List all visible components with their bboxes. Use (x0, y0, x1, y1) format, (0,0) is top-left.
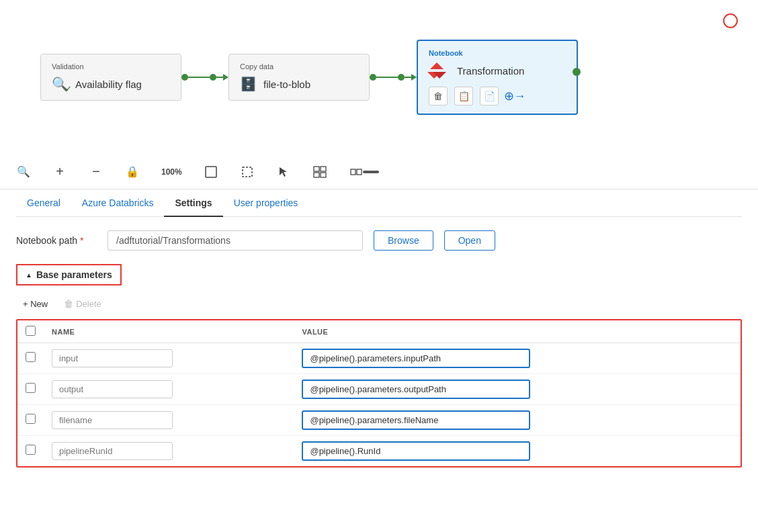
copy-data-icon: 🗄️ (240, 76, 257, 92)
tab-azure-databricks[interactable]: Azure Databricks (71, 189, 165, 216)
svg-rect-5 (314, 173, 319, 177)
notebook-copy-btn[interactable]: 📄 (480, 87, 499, 105)
svg-rect-3 (314, 167, 319, 171)
notebook-right-handle (573, 68, 581, 76)
copy-data-node[interactable]: Copy data 🗄️ file-to-blob (228, 54, 370, 101)
row-checkbox-0[interactable] (26, 352, 36, 362)
param-name-cell-0 (44, 343, 294, 374)
tab-general[interactable]: General (16, 189, 71, 216)
tab-settings[interactable]: Settings (164, 189, 222, 216)
validation-node-content: 🔍 ✓ Availability flag (52, 76, 170, 92)
param-name-cell-3 (44, 436, 294, 467)
svg-rect-1 (243, 167, 252, 177)
copy-data-node-content: 🗄️ file-to-blob (240, 76, 358, 92)
param-value-input-1[interactable] (302, 380, 530, 399)
new-parameter-button[interactable]: + New (16, 296, 54, 312)
header-name: NAME (44, 320, 294, 343)
svg-rect-6 (321, 173, 326, 177)
arrow-line-2 (376, 77, 398, 79)
databricks-icon (429, 62, 445, 79)
notebook-delete-btn[interactable]: 🗑 (429, 87, 448, 105)
arrow-head-1 (223, 74, 228, 81)
search-btn[interactable]: 🔍 (13, 162, 34, 182)
arrow-head-2 (411, 74, 417, 81)
validation-node[interactable]: Validation 🔍 ✓ Availability flag (40, 54, 181, 101)
param-name-cell-2 (44, 405, 294, 436)
parameters-table: NAME VALUE (17, 320, 741, 466)
arrow-line-2b (405, 77, 411, 79)
svg-rect-8 (357, 169, 362, 175)
param-value-cell-3 (294, 436, 741, 467)
table-row (17, 374, 741, 405)
open-button[interactable]: Open (444, 230, 495, 251)
param-value-cell-2 (294, 405, 741, 436)
param-name-input-3[interactable] (52, 442, 173, 460)
notebook-node[interactable]: Notebook Transformation 🗑 📋 📄 ⊕→ (417, 40, 578, 115)
param-name-input-1[interactable] (52, 380, 173, 398)
param-name-cell-1 (44, 374, 294, 405)
notebook-path-row: Notebook path * Browse Open (16, 230, 742, 251)
notebook-connect-btn[interactable]: ⊕→ (505, 87, 524, 105)
properties-panel: General Azure Databricks Settings User p… (0, 189, 758, 468)
row-checkbox-3[interactable] (26, 445, 36, 455)
header-value: VALUE (294, 320, 741, 343)
zoom-btn[interactable]: 100% (159, 162, 185, 182)
row-checkbox-1[interactable] (26, 383, 36, 393)
section-arrow-icon: ▲ (26, 271, 32, 279)
nodes-container: Validation 🔍 ✓ Availability flag Copy da… (40, 40, 578, 115)
notebook-info-btn[interactable]: 📋 (454, 87, 473, 105)
validation-icon: 🔍 ✓ (52, 76, 69, 92)
param-name-input-0[interactable] (52, 349, 173, 367)
param-value-cell-0 (294, 343, 741, 374)
cursor-btn[interactable] (273, 162, 294, 182)
drag-handle[interactable] (363, 171, 379, 173)
svg-marker-2 (280, 167, 287, 177)
arrow-dot-mid-1 (210, 74, 216, 81)
param-value-input-0[interactable] (302, 349, 530, 368)
subtract-btn[interactable]: − (86, 162, 106, 182)
base-parameters-label: Base parameters (36, 269, 112, 280)
fit-btn[interactable] (201, 162, 221, 182)
add-btn[interactable]: + (50, 162, 70, 182)
param-value-input-3[interactable] (302, 441, 530, 461)
arrow-connector-1 (181, 74, 228, 81)
notebook-path-input[interactable] (108, 230, 363, 251)
table-row (17, 436, 741, 467)
pipeline-canvas: Validation 🔍 ✓ Availability flag Copy da… (0, 0, 758, 154)
copy-data-node-type: Copy data (240, 62, 358, 71)
copy-data-node-name: file-to-blob (263, 79, 310, 90)
lock-btn[interactable]: 🔒 (122, 162, 142, 182)
arrow-line-1b (216, 77, 223, 79)
row-checkbox-cell-0 (17, 343, 44, 374)
svg-rect-4 (321, 167, 326, 171)
svg-rect-7 (351, 169, 355, 175)
delete-parameter-button[interactable]: 🗑 Delete (57, 295, 108, 312)
notebook-node-actions: 🗑 📋 📄 ⊕→ (429, 87, 566, 105)
layout-btn[interactable] (310, 162, 330, 182)
param-value-input-2[interactable] (302, 410, 530, 430)
select-all-checkbox[interactable] (26, 326, 36, 336)
tab-user-properties[interactable]: User properties (223, 189, 309, 216)
row-checkbox-2[interactable] (26, 414, 36, 424)
arrow-dot-1 (181, 74, 188, 81)
notebook-path-label: Notebook path * (16, 235, 97, 246)
select-btn[interactable] (237, 162, 257, 182)
browse-button[interactable]: Browse (374, 230, 433, 251)
parameters-toolbar: + New 🗑 Delete (16, 295, 742, 312)
arrow-connector-2 (370, 74, 417, 81)
circle-indicator (723, 13, 738, 28)
param-name-input-2[interactable] (52, 411, 173, 429)
settings-tabs: General Azure Databricks Settings User p… (16, 189, 742, 217)
row-checkbox-cell-3 (17, 436, 44, 467)
arrow-line-1 (188, 77, 210, 79)
row-checkbox-cell-1 (17, 374, 44, 405)
row-checkbox-cell-2 (17, 405, 44, 436)
arrow-dot-mid-2 (398, 74, 405, 81)
base-parameters-section[interactable]: ▲ Base parameters (16, 264, 122, 285)
notebook-node-content: Transformation (429, 62, 566, 79)
arrow-dot-2 (370, 74, 376, 81)
header-checkbox-cell (17, 320, 44, 343)
validation-node-name: Availability flag (75, 79, 142, 90)
notebook-node-name: Transformation (457, 65, 524, 77)
notebook-node-type: Notebook (429, 49, 566, 57)
